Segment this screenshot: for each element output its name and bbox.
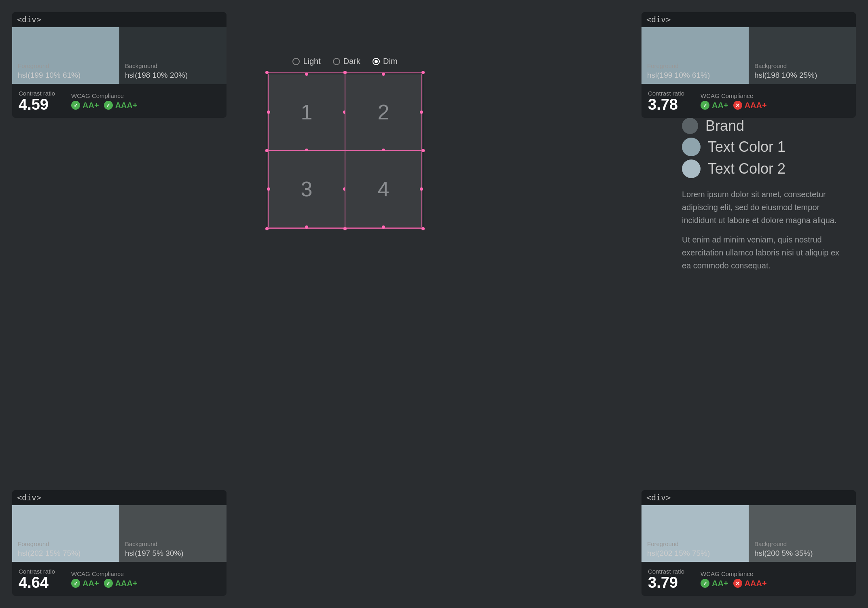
cell4-handle-right[interactable] (420, 187, 423, 191)
cell2-handle-top[interactable] (382, 72, 385, 76)
color-swatches-tl: Foreground hsl(199 10% 61%) Background h… (12, 27, 227, 84)
panel-stats-tl: Contrast ratio 4.59 WCAG Compliance ✓ AA… (12, 84, 227, 118)
foreground-swatch-tl: Foreground hsl(199 10% 61%) (12, 27, 119, 84)
grid-cell-2: 2 (345, 74, 422, 151)
text2-color-circle (682, 159, 701, 178)
grid-wrapper: 1 2 3 4 (267, 72, 423, 229)
background-swatch-tr: Background hsl(198 10% 25%) (749, 27, 856, 84)
legend-item-text1: Text Color 1 (682, 138, 844, 156)
aa-icon-tl: ✓ (71, 101, 80, 110)
radio-group: Light Dark Dim (292, 57, 397, 66)
cell2-handle-right[interactable] (420, 111, 423, 114)
brand-color-circle (682, 118, 698, 134)
radio-dark[interactable]: Dark (333, 57, 360, 66)
aa-badge-tr: ✓ AA+ (701, 101, 728, 110)
wcag-section-tr: WCAG Compliance ✓ AA+ ✕ AAA+ (701, 92, 767, 110)
aa-icon-tr: ✓ (701, 101, 709, 110)
wcag-section-bl: WCAG Compliance ✓ AA+ ✓ AAA+ (71, 570, 138, 588)
top-left-panel: <div> Foreground hsl(199 10% 61%) Backgr… (12, 12, 227, 118)
foreground-swatch-tr: Foreground hsl(199 10% 61%) (641, 27, 749, 84)
radio-circle-light (292, 58, 300, 65)
aa-icon-bl: ✓ (71, 579, 80, 588)
color-swatches-bl: Foreground hsl(202 15% 75%) Background h… (12, 505, 227, 562)
aaa-badge-tr: ✕ AAA+ (733, 101, 767, 110)
contrast-section-tl: Contrast ratio 4.59 (19, 90, 55, 112)
bottom-left-panel: <div> Foreground hsl(202 15% 75%) Backgr… (12, 490, 227, 596)
panel-stats-br: Contrast ratio 3.79 WCAG Compliance ✓ AA… (641, 562, 856, 596)
center-area: Light Dark Dim (267, 57, 423, 229)
grid-cell-4: 4 (345, 151, 422, 227)
color-swatches-tr: Foreground hsl(199 10% 61%) Background h… (641, 27, 856, 84)
grid-cell-3: 3 (268, 151, 345, 227)
panel-tag-tr: <div> (641, 12, 856, 27)
contrast-section-br: Contrast ratio 3.79 (648, 568, 684, 590)
aaa-icon-br: ✕ (733, 579, 742, 588)
foreground-swatch-bl: Foreground hsl(202 15% 75%) (12, 505, 119, 562)
radio-circle-dark (333, 58, 340, 65)
background-swatch-tl: Background hsl(198 10% 20%) (119, 27, 227, 84)
aa-badge-tl: ✓ AA+ (71, 101, 99, 110)
cell1-handle-top[interactable] (305, 72, 308, 76)
panel-stats-bl: Contrast ratio 4.64 WCAG Compliance ✓ AA… (12, 562, 227, 596)
legend: Brand Text Color 1 Text Color 2 (682, 117, 844, 178)
wcag-section-br: WCAG Compliance ✓ AA+ ✕ AAA+ (701, 570, 767, 588)
wcag-badges-tr: ✓ AA+ ✕ AAA+ (701, 101, 767, 110)
radio-light[interactable]: Light (292, 57, 320, 66)
cell3-handle-bottom[interactable] (305, 225, 308, 229)
wcag-badges-tl: ✓ AA+ ✓ AAA+ (71, 101, 138, 110)
contrast-section-tr: Contrast ratio 3.78 (648, 90, 684, 112)
background-swatch-bl: Background hsl(197 5% 30%) (119, 505, 227, 562)
cell4-handle-bottom[interactable] (382, 225, 385, 229)
wcag-section-tl: WCAG Compliance ✓ AA+ ✓ AAA+ (71, 92, 138, 110)
panel-tag-bl: <div> (12, 490, 227, 505)
legend-item-text2: Text Color 2 (682, 159, 844, 178)
contrast-section-bl: Contrast ratio 4.64 (19, 568, 55, 590)
aa-icon-br: ✓ (701, 579, 709, 588)
lorem-text: Lorem ipsum dolor sit amet, consectetur … (682, 188, 844, 272)
lorem-p2: Ut enim ad minim veniam, quis nostrud ex… (682, 233, 844, 272)
aaa-icon-bl: ✓ (104, 579, 113, 588)
panel-stats-tr: Contrast ratio 3.78 WCAG Compliance ✓ AA… (641, 84, 856, 118)
bottom-right-panel: <div> Foreground hsl(202 15% 75%) Backgr… (641, 490, 856, 596)
text1-color-circle (682, 138, 701, 156)
cell1-handle-left[interactable] (267, 111, 270, 114)
color-swatches-br: Foreground hsl(202 15% 75%) Background h… (641, 505, 856, 562)
aa-badge-bl: ✓ AA+ (71, 579, 99, 588)
right-info-panel: Brand Text Color 1 Text Color 2 Lorem ip… (682, 117, 844, 278)
lorem-p1: Lorem ipsum dolor sit amet, consectetur … (682, 188, 844, 227)
background-swatch-br: Background hsl(200 5% 35%) (749, 505, 856, 562)
cell3-handle-left[interactable] (267, 187, 270, 191)
grid-cell-1: 1 (268, 74, 345, 151)
aaa-badge-br: ✕ AAA+ (733, 579, 767, 588)
legend-item-brand: Brand (682, 117, 844, 134)
aaa-badge-bl: ✓ AAA+ (104, 579, 138, 588)
foreground-swatch-br: Foreground hsl(202 15% 75%) (641, 505, 749, 562)
layout-grid: 1 2 3 4 (267, 72, 423, 229)
aaa-icon-tl: ✓ (104, 101, 113, 110)
panel-tag-tl: <div> (12, 12, 227, 27)
aaa-badge-tl: ✓ AAA+ (104, 101, 138, 110)
aa-badge-br: ✓ AA+ (701, 579, 728, 588)
panel-tag-br: <div> (641, 490, 856, 505)
radio-dim[interactable]: Dim (373, 57, 398, 66)
wcag-badges-bl: ✓ AA+ ✓ AAA+ (71, 579, 138, 588)
wcag-badges-br: ✓ AA+ ✕ AAA+ (701, 579, 767, 588)
aaa-icon-tr: ✕ (733, 101, 742, 110)
radio-circle-dim (373, 58, 380, 65)
top-right-panel: <div> Foreground hsl(199 10% 61%) Backgr… (641, 12, 856, 118)
